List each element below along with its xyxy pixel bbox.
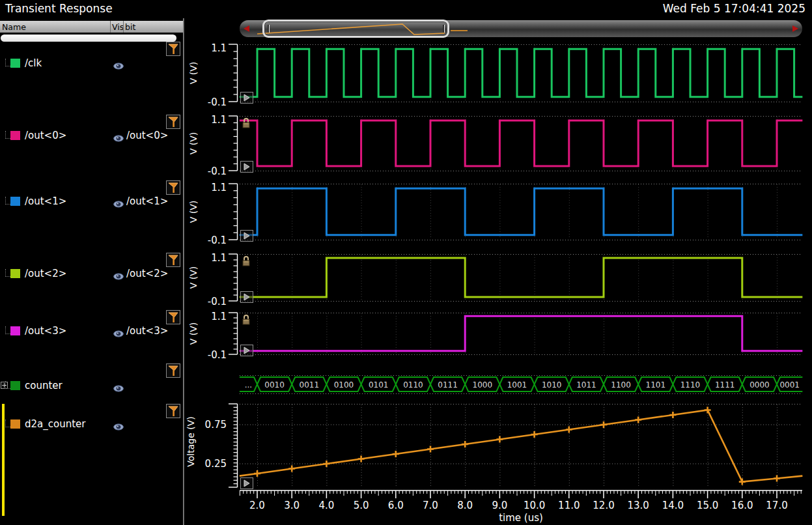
- data-marker: [496, 436, 503, 443]
- data-marker: [531, 431, 538, 438]
- bus-value: 0001: [779, 380, 800, 390]
- svg-text:1.1: 1.1: [211, 114, 227, 126]
- time-tick-label: 11.0: [558, 500, 580, 511]
- time-tick-label: 15.0: [697, 500, 718, 511]
- svg-text:1.1: 1.1: [211, 311, 227, 322]
- strip-play-button[interactable]: [240, 230, 253, 242]
- strip-play-button[interactable]: [240, 345, 253, 356]
- svg-text:0.25: 0.25: [205, 458, 227, 470]
- svg-text:1.1: 1.1: [211, 42, 227, 54]
- strip-play-button[interactable]: [240, 291, 253, 303]
- svg-text:-0.1: -0.1: [208, 296, 227, 307]
- svg-text:1.1: 1.1: [211, 252, 227, 264]
- time-tick-label: 9.0: [492, 500, 507, 511]
- trace: [240, 316, 803, 350]
- bus-value: 0000: [749, 380, 770, 390]
- trace: [240, 188, 803, 235]
- data-marker: [774, 475, 780, 482]
- time-tick-label: 8.0: [457, 500, 473, 511]
- data-marker: [393, 451, 399, 457]
- data-marker: [462, 441, 468, 447]
- svg-text:-0.1: -0.1: [208, 349, 227, 361]
- time-tick-label: 17.0: [766, 500, 787, 511]
- bus-value: 1010: [542, 380, 562, 390]
- time-axis: 2.03.04.05.06.07.08.09.010.011.012.013.0…: [240, 490, 802, 524]
- bus-value: 0010: [264, 380, 285, 390]
- data-marker: [739, 479, 746, 485]
- bus-value: 1000: [473, 380, 493, 390]
- trace: [240, 121, 803, 166]
- strip-play-button[interactable]: [240, 92, 253, 104]
- data-marker: [254, 470, 260, 477]
- bus-value: 1001: [507, 380, 527, 390]
- data-marker: [600, 421, 607, 428]
- svg-text:V (V): V (V): [188, 62, 199, 85]
- time-tick-label: 3.0: [284, 500, 300, 511]
- trace: [240, 49, 803, 96]
- time-tick-label: 16.0: [731, 500, 753, 511]
- time-tick-label: 12.0: [593, 500, 614, 511]
- strip-play-button[interactable]: [240, 161, 253, 173]
- time-tick-label: 10.0: [524, 500, 545, 511]
- d2a-counter-panel: 0.250.75Voltage (V): [186, 404, 802, 487]
- time-tick-label: 7.0: [423, 500, 438, 511]
- bus-value: 1011: [576, 380, 596, 390]
- bus-value: 1100: [611, 380, 631, 390]
- data-marker: [566, 427, 572, 433]
- time-tick-label: 6.0: [388, 500, 404, 511]
- trace: [240, 410, 803, 482]
- bus-value: 0011: [300, 380, 320, 390]
- svg-text:Voltage (V): Voltage (V): [186, 416, 196, 466]
- time-tick-label: 5.0: [354, 500, 369, 511]
- svg-text:-0.1: -0.1: [208, 165, 227, 177]
- bus-value: 0110: [403, 380, 423, 390]
- bus-value: 1111: [715, 380, 735, 390]
- data-marker: [635, 417, 641, 423]
- data-marker: [358, 456, 365, 462]
- bus-value: 1101: [646, 380, 666, 390]
- bus-value: 0101: [369, 380, 389, 390]
- axis-lock-icon[interactable]: [241, 255, 251, 268]
- bus-value: 1110: [680, 380, 701, 390]
- data-marker: [288, 466, 295, 472]
- svg-text:V (V): V (V): [188, 201, 199, 223]
- trace: [240, 258, 803, 297]
- svg-text:V (V): V (V): [188, 322, 199, 345]
- -out-1--panel: 1.1-0.1V (V): [188, 182, 802, 246]
- bus-value: ...: [245, 380, 252, 390]
- svg-text:1.1: 1.1: [211, 182, 227, 193]
- time-tick-label: 2.0: [249, 500, 265, 511]
- -out-0--panel: 1.1-0.1V (V): [188, 114, 802, 177]
- strip-play-button[interactable]: [240, 477, 253, 489]
- svg-text:-0.1: -0.1: [208, 96, 227, 108]
- svg-text:0.75: 0.75: [205, 419, 227, 431]
- axis-lock-icon[interactable]: [241, 313, 251, 326]
- data-marker: [669, 412, 676, 418]
- svg-text:V (V): V (V): [188, 132, 199, 155]
- time-tick-label: 14.0: [662, 500, 684, 511]
- bus-value: 0111: [438, 380, 458, 390]
- data-marker: [323, 461, 329, 467]
- data-marker: [427, 446, 434, 453]
- time-tick-label: 13.0: [627, 500, 649, 511]
- time-tick-label: 4.0: [318, 500, 334, 511]
- axis-lock-icon[interactable]: [241, 117, 251, 130]
- -out-3--panel: 1.1-0.1V (V): [188, 311, 802, 361]
- svg-text:-0.1: -0.1: [208, 234, 227, 246]
- waveform-canvas[interactable]: 1.1-0.1V (V)1.1-0.1V (V)1.1-0.1V (V)1.1-…: [0, 0, 812, 525]
- counter-panel: ...0010001101000101011001111000100110101…: [240, 376, 803, 394]
- bus-value: 0100: [334, 380, 354, 390]
- -clk-panel: 1.1-0.1V (V): [188, 42, 802, 108]
- svg-text:V (V): V (V): [188, 266, 199, 289]
- -out-2--panel: 1.1-0.1V (V): [188, 252, 802, 307]
- time-axis-title: time (us): [499, 512, 543, 524]
- data-marker: [705, 407, 711, 414]
